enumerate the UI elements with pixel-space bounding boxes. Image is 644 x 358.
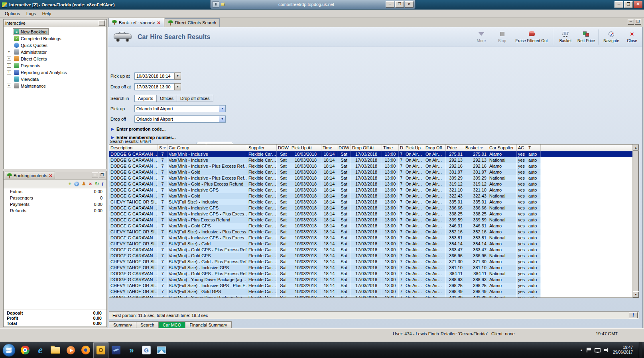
booking-row-refunds[interactable]: Refunds0.00 — [4, 207, 106, 214]
column-header-time[interactable]: Time — [321, 145, 337, 151]
sidebar-item-viewdata[interactable]: Viewdata — [4, 76, 106, 82]
column-header-car-group[interactable]: Car Group — [167, 145, 247, 151]
table-row[interactable]: CHEVY TAHOE OR SI…7SUV(Full Size) - Gold… — [109, 259, 639, 265]
expand-icon[interactable]: + — [7, 57, 11, 61]
table-row[interactable]: DODGE G CARAVAN …7Van(Mini) - Gold GPSFl… — [109, 223, 639, 229]
menu-item-help[interactable]: Help — [39, 10, 55, 17]
filter-icon[interactable] — [480, 147, 483, 149]
nett-price-button[interactable]: Nett Price — [577, 28, 596, 46]
globe-help-icon[interactable]: ? — [74, 182, 79, 186]
bottom-tab-summary[interactable]: Summary — [109, 321, 136, 329]
bottom-tab-search[interactable]: Search — [136, 321, 159, 329]
mdi-restore-button[interactable]: ❐ — [635, 19, 641, 25]
table-row[interactable]: DODGE G CARAVAN …7Van(Mini) - Gold GPSFl… — [109, 253, 639, 259]
tray-action-center-icon[interactable] — [587, 348, 591, 352]
add-icon[interactable]: + — [69, 181, 72, 186]
mdi-minimize-button[interactable]: ─ — [628, 19, 634, 25]
pickup-at-dropdown-icon[interactable]: ▼ — [174, 72, 181, 80]
panel-collapse-button[interactable]: ─ — [98, 20, 105, 26]
pin-icon[interactable] — [212, 1, 219, 8]
rdp-close-button[interactable]: ✕ — [405, 1, 414, 8]
column-header-s[interactable]: S — [158, 145, 167, 151]
table-row[interactable]: DODGE G CARAVAN …7Van(Mini) - Inclusive … — [109, 175, 639, 181]
dropoff-combo[interactable]: Orlando Intl Airport — [134, 115, 219, 123]
scrollbar-thumb[interactable] — [633, 151, 639, 291]
sidebar-item-administrator[interactable]: +Administrator — [4, 49, 106, 55]
column-header-pick-up-at[interactable]: Pick Up At — [290, 145, 321, 151]
navigate-button[interactable]: Navigate — [602, 28, 621, 46]
table-row[interactable]: CHEVY TAHOE OR SI…7SUV(Full Size) - Gold… — [109, 241, 639, 247]
show-desktop-button[interactable] — [639, 342, 642, 358]
table-row[interactable]: DODGE G CARAVAN …7Van(Mini) - Inclusive … — [109, 205, 639, 211]
pickup-dropdown-icon[interactable]: ▼ — [219, 105, 226, 112]
table-row[interactable]: CHEVY TAHOE OR SI…7SUV(Full Size) - Incl… — [109, 199, 639, 205]
sidebar-item-quick-quotes[interactable]: Quick Quotes — [4, 42, 106, 49]
pickup-at-field[interactable]: 10/03/2018 18:14 — [134, 72, 175, 80]
info-button[interactable]: i — [629, 312, 638, 318]
sidebar-item-completed-bookings[interactable]: ✓Completed Bookings — [4, 35, 106, 42]
expand-icon[interactable]: + — [7, 70, 11, 74]
scroll-up-icon[interactable]: ▲ — [633, 145, 639, 151]
table-row[interactable]: DODGE G CARAVAN …7Van(Mini) - Gold GPS -… — [109, 271, 639, 277]
table-row[interactable]: DODGE G CARAVAN …7Van(Mini) - Plus Exces… — [109, 217, 639, 223]
tab-close-icon[interactable]: ✕ — [157, 21, 161, 25]
sidebar-item-payments[interactable]: +Payments — [4, 62, 106, 69]
tray-volume-icon[interactable] — [604, 348, 609, 352]
filter-icon[interactable] — [163, 147, 166, 149]
sidebar-item-maintenance[interactable]: +Maintenance — [4, 82, 106, 89]
dropoff-dropdown-icon[interactable]: ▼ — [219, 115, 226, 123]
basket-button[interactable]: Basket — [556, 28, 575, 46]
table-row[interactable]: DODGE G CARAVAN …7Van(Mini) - Gold GPS -… — [109, 247, 639, 253]
expand-icon[interactable]: + — [7, 50, 11, 54]
table-row[interactable]: DODGE G CARAVAN …7Van(Mini) - Inclusive … — [109, 211, 639, 217]
close-button[interactable]: ×Close — [622, 28, 642, 46]
close-button[interactable]: ✕ — [634, 1, 642, 8]
table-row[interactable]: DODGE G CARAVAN …7Van(Mini) - Inclusive … — [109, 235, 639, 241]
taskbar-media-icon[interactable] — [63, 342, 78, 358]
booking-restore-button[interactable]: ❐ — [99, 172, 105, 178]
booking-row-extras[interactable]: Extras0.00 — [4, 188, 106, 195]
table-row[interactable]: DODGE G CARAVAN …7Van(Mini) - InclusiveF… — [109, 157, 639, 163]
column-header-drop-off[interactable]: Drop Off — [424, 145, 446, 151]
promotion-code-expander[interactable]: ▶ Enter promotion code... — [111, 127, 165, 131]
menu-item-options[interactable]: Options — [2, 10, 23, 17]
bottom-tab-financial-summary[interactable]: Financial Summary — [185, 321, 231, 329]
table-row[interactable]: DODGE G CARAVAN …7Van(Mini) - Young Driv… — [109, 277, 639, 283]
booking-tab-close-icon[interactable]: ✕ — [49, 174, 52, 178]
table-row[interactable]: CHEVY TAHOE OR SI…7SUV(Full Size) - Incl… — [109, 283, 639, 289]
search-in-airports[interactable]: Airports — [134, 95, 157, 102]
taskbar-explorer-icon[interactable] — [48, 342, 63, 358]
table-row[interactable]: DODGE G CARAVAN …7Van(Mini) - InclusiveF… — [109, 151, 639, 157]
table-row[interactable]: DODGE G CARAVAN …7Van(Mini) - GoldFlexib… — [109, 169, 639, 175]
column-header-t[interactable]: T — [527, 145, 541, 151]
column-header-ac[interactable]: AC — [517, 145, 527, 151]
table-row[interactable]: CHEVY TAHOE OR SI…7SUV(Full Size) - Incl… — [109, 265, 639, 271]
column-header-price[interactable]: Price — [446, 145, 464, 151]
sidebar-item-direct-clients[interactable]: +Direct Clients — [4, 55, 106, 62]
column-header-supplier[interactable]: Supplier — [247, 145, 277, 151]
column-header-description[interactable]: Description — [109, 145, 158, 151]
rdp-minimize-button[interactable]: ─ — [386, 1, 394, 8]
tray-hidden-icons-chevron[interactable]: ▲ — [580, 348, 583, 352]
table-row[interactable]: DODGE G CARAVAN …7Van(Mini) - Young Driv… — [109, 295, 639, 298]
booking-contents-tab[interactable]: Booking contents ✕ — [5, 172, 55, 179]
refresh-icon[interactable]: ↻ — [95, 181, 99, 186]
table-row[interactable]: DODGE G CARAVAN …7Van(Mini) - Inclusive … — [109, 187, 639, 193]
restore-button[interactable]: ❐ — [624, 1, 633, 8]
start-button[interactable] — [2, 344, 16, 357]
pickup-combo[interactable]: Orlando Intl Airport — [134, 105, 219, 112]
taskbar-chrome-icon[interactable] — [18, 342, 33, 358]
column-header-time[interactable]: Time — [382, 145, 399, 151]
booking-row-payments[interactable]: Payments0.00 — [4, 201, 106, 207]
bottom-tab-car-mco[interactable]: Car MCO — [158, 321, 185, 329]
tab-direct-clients-search[interactable]: Direct Clients Search — [165, 18, 220, 27]
tray-display-icon[interactable] — [595, 348, 601, 352]
vertical-scrollbar[interactable]: ▲ ▼ — [632, 145, 639, 297]
taskbar-photo-viewer-icon[interactable] — [154, 342, 169, 358]
table-row[interactable]: DODGE G CARAVAN …7Van(Mini) - GoldFlexib… — [109, 193, 639, 199]
sidebar-item-reporting-and-analytics[interactable]: +Reporting and Analytics — [4, 69, 106, 76]
column-header-dow[interactable]: DOW — [337, 145, 351, 151]
dropoff-at-dropdown-icon[interactable]: ▼ — [174, 83, 181, 90]
taskbar-outlook-icon[interactable]: O — [93, 342, 108, 358]
delete-icon[interactable]: × — [89, 181, 92, 186]
